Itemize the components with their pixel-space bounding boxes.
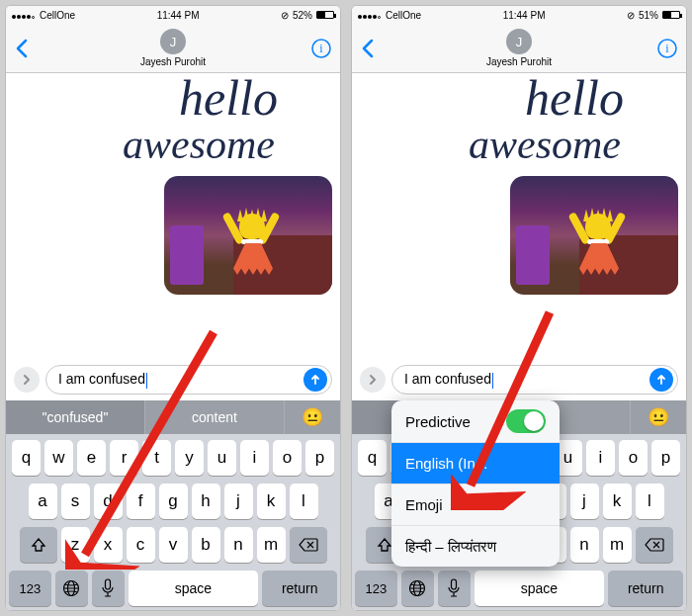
globe-key[interactable] [55, 571, 88, 606]
svg-text:hello: hello [525, 73, 624, 126]
svg-text:awesome: awesome [469, 122, 621, 167]
key-m[interactable]: m [257, 527, 286, 563]
handwriting-message: hello awesome [85, 73, 332, 172]
nav-header: J Jayesh Purohit i [6, 24, 340, 73]
avatar: J [506, 29, 532, 54]
key-z[interactable]: z [61, 527, 90, 563]
info-button[interactable]: i [656, 38, 678, 59]
return-key[interactable]: return [608, 571, 683, 606]
back-button[interactable] [14, 38, 30, 59]
backspace-key[interactable] [636, 527, 673, 563]
message-input-bar: I am confused [352, 361, 686, 400]
dictation-key[interactable] [92, 571, 125, 606]
expand-apps-button[interactable] [360, 367, 386, 393]
gif-message[interactable] [164, 176, 332, 295]
key-h[interactable]: h [192, 484, 220, 519]
globe-key[interactable] [401, 571, 434, 606]
key-x[interactable]: x [94, 527, 123, 563]
key-n[interactable]: n [224, 527, 253, 563]
space-key[interactable]: space [475, 571, 605, 606]
predictive-bar: "confused" content 😐 [6, 400, 340, 434]
svg-text:hello: hello [179, 73, 278, 126]
key-c[interactable]: c [127, 527, 155, 563]
signal-dots-icon [358, 10, 382, 21]
language-item-hindi[interactable]: हिन्दी – लिप्यंतरण [391, 525, 560, 567]
suggestion-1[interactable]: "confused" [6, 400, 144, 434]
key-q[interactable]: q [12, 440, 41, 476]
key-k[interactable]: k [603, 484, 632, 519]
keyboard-language-popover: Predictive English (In... Emoji हिन्दी –… [391, 400, 560, 567]
numbers-key[interactable]: 123 [9, 571, 51, 606]
send-button[interactable] [649, 368, 673, 392]
key-j[interactable]: j [224, 484, 253, 519]
key-o[interactable]: o [273, 440, 302, 476]
status-bar: CellOne 11:44 PM ⊘ 52% [6, 6, 340, 24]
numbers-key[interactable]: 123 [355, 571, 397, 606]
key-m[interactable]: m [603, 527, 632, 563]
key-l[interactable]: l [290, 484, 318, 519]
key-row-1: qwertyuiop [9, 440, 337, 476]
key-b[interactable]: b [192, 527, 220, 563]
conversation[interactable]: hello awesome [6, 73, 340, 361]
key-g[interactable]: g [159, 484, 188, 519]
rotation-lock-icon: ⊘ [627, 10, 635, 21]
key-l[interactable]: l [636, 484, 664, 519]
space-key[interactable]: space [129, 571, 259, 606]
key-n[interactable]: n [570, 527, 599, 563]
svg-text:awesome: awesome [123, 122, 275, 167]
info-button[interactable]: i [310, 38, 332, 59]
contact-header[interactable]: J Jayesh Purohit [6, 29, 340, 67]
carrier-label: CellOne [40, 10, 75, 21]
suggestion-emoji[interactable]: 😐 [285, 400, 340, 434]
key-i[interactable]: i [240, 440, 269, 476]
key-row-3: zxcvbnm [9, 527, 337, 563]
gif-message[interactable] [510, 176, 678, 295]
key-row-2: asdfghjkl [9, 484, 337, 519]
language-item-emoji[interactable]: Emoji [391, 484, 560, 525]
phone-left: CellOne 11:44 PM ⊘ 52% J Jayesh Purohit … [5, 5, 341, 611]
key-p[interactable]: p [305, 440, 334, 476]
key-f[interactable]: f [127, 484, 155, 519]
key-i[interactable]: i [586, 440, 615, 476]
key-y[interactable]: y [175, 440, 204, 476]
backspace-key[interactable] [290, 527, 327, 563]
key-u[interactable]: u [208, 440, 236, 476]
key-k[interactable]: k [257, 484, 286, 519]
return-key[interactable]: return [262, 571, 337, 606]
back-button[interactable] [360, 38, 376, 59]
key-a[interactable]: a [29, 484, 57, 519]
key-p[interactable]: p [651, 440, 680, 476]
expand-apps-button[interactable] [14, 367, 40, 393]
predictive-toggle-row[interactable]: Predictive [391, 400, 560, 442]
conversation[interactable]: hello awesome [352, 73, 686, 361]
key-d[interactable]: d [94, 484, 123, 519]
key-o[interactable]: o [619, 440, 648, 476]
avatar: J [160, 29, 186, 54]
contact-header[interactable]: J Jayesh Purohit [352, 29, 686, 67]
key-e[interactable]: e [77, 440, 106, 476]
contact-name: Jayesh Purohit [140, 56, 206, 67]
message-input[interactable]: I am confused [45, 365, 332, 395]
message-input[interactable]: I am confused [391, 365, 678, 395]
message-text: I am confused [404, 371, 491, 387]
contact-name: Jayesh Purohit [486, 56, 552, 67]
send-button[interactable] [303, 368, 327, 392]
suggestion-emoji[interactable]: 😐 [631, 400, 686, 434]
language-item-english[interactable]: English (In... [391, 442, 560, 484]
clock-label: 11:44 PM [157, 10, 200, 21]
svg-text:i: i [319, 42, 323, 55]
key-w[interactable]: w [44, 440, 73, 476]
key-r[interactable]: r [110, 440, 138, 476]
key-t[interactable]: t [142, 440, 171, 476]
suggestion-2[interactable]: content [145, 400, 284, 434]
key-j[interactable]: j [570, 484, 599, 519]
svg-text:i: i [665, 42, 669, 55]
dictation-key[interactable] [438, 571, 471, 606]
handwriting-message: hello awesome [431, 73, 678, 172]
message-text: I am confused [58, 371, 145, 387]
key-v[interactable]: v [159, 527, 188, 563]
predictive-toggle[interactable] [506, 409, 546, 433]
shift-key[interactable] [20, 527, 57, 563]
key-q[interactable]: q [358, 440, 387, 476]
key-s[interactable]: s [61, 484, 90, 519]
